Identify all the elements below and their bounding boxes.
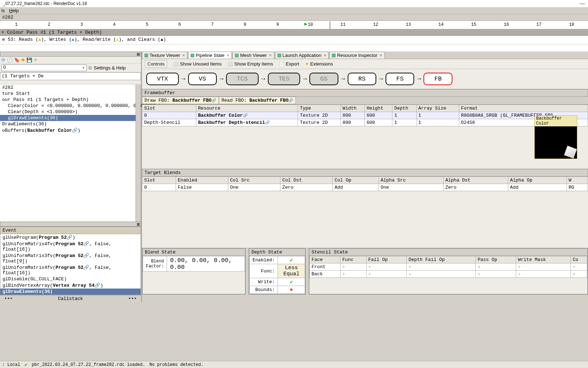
event-row[interactable]: glDrawElements(36) — [0, 289, 141, 295]
col-header[interactable]: Face — [310, 256, 340, 263]
tree-row[interactable]: oBuffers(Backbuffer Color🔗) — [0, 127, 141, 134]
sync-icon[interactable]: ⟳ — [1, 57, 5, 63]
tree-row[interactable]: ture Start — [0, 91, 141, 97]
thumbnail[interactable]: Backbuffer Color — [534, 115, 577, 159]
col-header[interactable]: Alpha Dst — [444, 177, 508, 184]
tree-row[interactable]: Clear(Depth = <1.000000>) — [0, 109, 141, 115]
stage-vtx[interactable]: VTX — [146, 73, 179, 85]
stage-fs[interactable]: FS — [386, 73, 414, 85]
blends-table[interactable]: SlotEnabledCol SrcCol DstCol OpAlpha Src… — [142, 176, 588, 191]
events-close-button[interactable]: ⊠ — [0, 222, 141, 227]
tree-row[interactable]: glDrawElements(36) — [0, 115, 141, 121]
puzzle-icon[interactable]: ✱ — [21, 57, 25, 63]
tab-pipeline-state[interactable]: Pipeline State× — [188, 52, 232, 59]
filter-input[interactable]: (1 Targets + De — [0, 72, 141, 80]
event-row[interactable]: glDisable(GL_CULL_FACE) — [0, 276, 141, 282]
col-header[interactable]: Array Size — [416, 105, 459, 112]
export-button[interactable]: 📄 Export — [279, 61, 299, 67]
tab-resource-inspector[interactable]: Resource Inspector× — [329, 52, 384, 59]
col-header[interactable]: Depth — [392, 105, 416, 112]
timeline-tick: 18 — [568, 22, 575, 27]
stage-fb[interactable]: FB — [423, 73, 452, 85]
tree-row[interactable]: Clear(Color = <0.000000, 0.000000, 0.000… — [0, 103, 141, 109]
tree-row[interactable]: our Pass #1 (1 Targets + Depth) — [0, 97, 141, 103]
stage-tes[interactable]: TES — [268, 73, 300, 85]
event-row[interactable]: glUniformMatrix4fv(Program 52🔗, False, f… — [0, 264, 141, 276]
minimize-button[interactable]: — — [579, 0, 585, 7]
menu-tools[interactable]: ls — [1, 8, 5, 13]
clock-icon[interactable]: 🕘 — [7, 57, 13, 63]
close-icon[interactable]: × — [269, 53, 272, 58]
event-row[interactable]: glUniformMatrix3fv(Program 52🔗, False, f… — [0, 252, 141, 264]
col-header[interactable]: Alpha Src — [379, 177, 444, 184]
table-row[interactable]: 0Backbuffer Color🔗Texture 2D80060011R8G8… — [142, 112, 588, 119]
events-list[interactable]: glUseProgram(Program 52🔗)glUniformMatrix… — [0, 234, 141, 295]
read-fbo[interactable]: Read FBO: Backbuffer FBO🔗 — [219, 97, 296, 104]
col-header[interactable]: Type — [298, 105, 340, 112]
controls-button[interactable]: Controls — [145, 60, 167, 67]
col-header[interactable]: Col Dst — [280, 177, 333, 184]
col-header[interactable]: Col Op — [333, 177, 379, 184]
col-header[interactable]: Pass Op — [476, 256, 516, 263]
bookmark-icon[interactable]: 🔖 — [14, 57, 20, 63]
col-header[interactable]: Fail Op — [366, 256, 407, 263]
settings-link[interactable]: Settings & Help — [94, 65, 126, 71]
menu-help[interactable]: Help — [9, 8, 19, 13]
event-row[interactable]: glUseProgram(Program 52🔗) — [0, 234, 141, 241]
dots-right[interactable]: ••• — [128, 296, 137, 301]
col-header[interactable]: Format — [459, 105, 588, 112]
close-icon[interactable]: × — [182, 53, 185, 58]
col-header[interactable]: Slot — [142, 177, 176, 184]
col-header[interactable]: Height — [364, 105, 392, 112]
stage-rs[interactable]: RS — [348, 73, 376, 85]
tab-launch-application[interactable]: Launch Application× — [275, 52, 329, 59]
timeline-flag-icon[interactable]: ⚑ — [304, 21, 307, 28]
col-header[interactable]: Co — [571, 256, 587, 263]
extensions-button[interactable]: ✦ Extensions — [305, 61, 333, 67]
timeline[interactable]: 123456789101112131415161718⚑ — [0, 21, 588, 29]
stage-gs[interactable]: GS — [309, 73, 338, 85]
save-icon[interactable]: 💾 — [26, 57, 32, 63]
filter-dropdown[interactable]: O ▾ — [1, 64, 87, 71]
panel-close-button[interactable]: ⊠ — [0, 52, 141, 57]
col-header[interactable]: W — [567, 177, 588, 184]
table-row[interactable]: 0FalseOneZeroAddOneZeroAddRG — [142, 184, 588, 191]
tab-mesh-viewer[interactable]: Mesh Viewer× — [232, 52, 274, 59]
tab-texture-viewer[interactable]: Texture Viewer× — [142, 52, 187, 59]
col-header[interactable]: Depth Fail Op — [407, 256, 476, 263]
callstack-bar[interactable]: ••• Callstack ••• — [0, 295, 141, 302]
title-bar: _07.27.22_frame282.rdc - RenderDoc v1.18… — [0, 0, 588, 7]
tree-row[interactable]: #282 — [0, 84, 141, 91]
menu-bar: ls Help — [0, 7, 588, 14]
pass-header[interactable]: + Colour Pass #1 (1 Targets + Depth) — [0, 29, 588, 36]
timeline-cursor[interactable] — [330, 21, 330, 29]
blend-state-panel: Blend State Blend Factor: 0.00, 0.00, 0.… — [142, 248, 246, 295]
col-header[interactable]: Col Src — [228, 177, 280, 184]
close-icon[interactable]: × — [227, 53, 230, 58]
col-header[interactable]: Write Mask — [516, 256, 571, 263]
stage-vs[interactable]: VS — [188, 73, 217, 85]
framebuffer-table[interactable]: SlotResourceTypeWidthHeightDepthArray Si… — [142, 105, 588, 126]
col-header[interactable]: Enabled — [176, 177, 228, 184]
table-row[interactable]: Depth-StencilBackbuffer Depth-stencil🔗Te… — [142, 119, 588, 126]
stencil-state-title: Stencil State — [309, 249, 587, 256]
table-row[interactable]: Front------ — [310, 263, 587, 271]
col-header[interactable]: Alpha Op — [508, 177, 567, 184]
show-unused-toggle[interactable]: ⬜ Show Unused Items — [173, 61, 221, 67]
table-row[interactable]: Back------ — [310, 271, 587, 278]
col-header[interactable]: Func — [340, 256, 366, 263]
event-row[interactable]: glUniformMatrix4fv(Program 52🔗, False, f… — [0, 241, 141, 252]
stage-tcs[interactable]: TCS — [226, 73, 259, 85]
col-header[interactable]: Slot — [142, 105, 196, 112]
dots-left[interactable]: ••• — [4, 296, 13, 301]
scrollbar[interactable] — [136, 84, 141, 222]
show-empty-toggle[interactable]: ⬜ Show Empty Items — [227, 61, 273, 67]
star-icon[interactable]: ✦ — [34, 57, 38, 63]
event-row[interactable]: glBindVertexArray(Vertex Array 54🔗) — [0, 282, 141, 289]
close-icon[interactable]: × — [379, 53, 382, 58]
tree-row[interactable]: DrawElements(36) — [0, 121, 141, 127]
close-icon[interactable]: × — [324, 53, 327, 58]
col-header[interactable]: Width — [340, 105, 364, 112]
event-tree[interactable]: #282ture Startour Pass #1 (1 Targets + D… — [0, 84, 141, 222]
col-header[interactable]: Resource — [196, 105, 298, 112]
